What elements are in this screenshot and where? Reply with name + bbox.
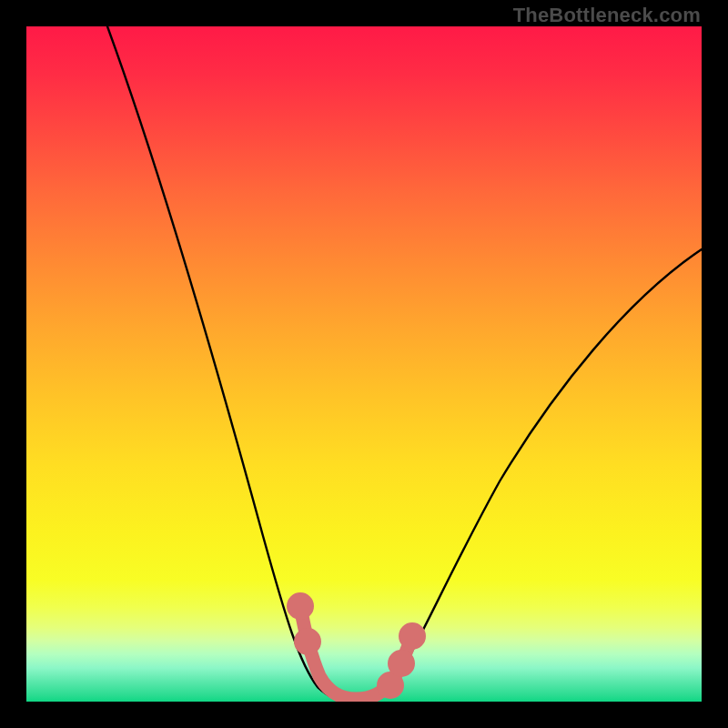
svg-point-4 <box>406 630 420 643</box>
chart-frame: TheBottleneck.com <box>0 0 728 728</box>
watermark-text: TheBottleneck.com <box>513 4 701 27</box>
svg-point-2 <box>384 679 398 693</box>
bottleneck-curve <box>107 26 702 701</box>
highlight-curve <box>294 600 420 700</box>
plot-area <box>26 26 702 702</box>
curve-layer <box>26 26 702 702</box>
svg-point-3 <box>395 657 409 671</box>
svg-point-1 <box>301 635 315 649</box>
svg-point-0 <box>294 600 308 613</box>
